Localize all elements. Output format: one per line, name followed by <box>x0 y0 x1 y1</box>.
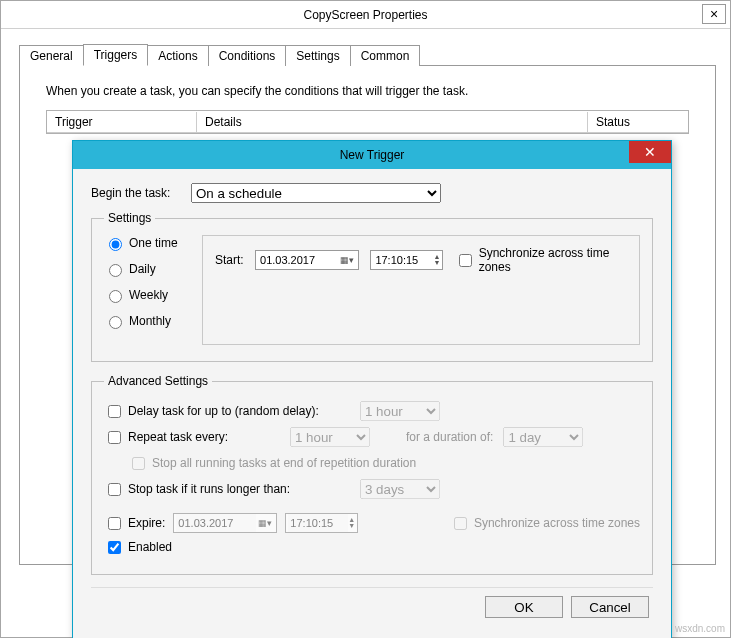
radio-daily[interactable]: Daily <box>104 261 184 277</box>
parent-close-button[interactable]: × <box>702 4 726 24</box>
settings-fieldset: Settings One time Daily Weekly Monthly S… <box>91 211 653 362</box>
sync-tz-checkbox[interactable]: Synchronize across time zones <box>455 246 627 274</box>
time-spinner[interactable]: ▲▼ <box>433 254 440 266</box>
time-spinner[interactable]: ▲▼ <box>348 517 355 529</box>
settings-legend: Settings <box>104 211 155 225</box>
advanced-legend: Advanced Settings <box>104 374 212 388</box>
schedule-type-radios: One time Daily Weekly Monthly <box>104 235 184 345</box>
tab-triggers[interactable]: Triggers <box>83 44 149 66</box>
radio-one-time[interactable]: One time <box>104 235 184 251</box>
radio-weekly[interactable]: Weekly <box>104 287 184 303</box>
expire-checkbox[interactable]: Expire: <box>104 514 165 533</box>
advanced-fieldset: Advanced Settings Delay task for up to (… <box>91 374 653 575</box>
stop-all-checkbox: Stop all running tasks at end of repetit… <box>128 454 416 473</box>
cancel-button[interactable]: Cancel <box>571 596 649 618</box>
duration-label: for a duration of: <box>406 430 493 444</box>
dialog-titlebar: New Trigger ✕ <box>73 141 671 169</box>
begin-task-select[interactable]: On a schedule <box>191 183 441 203</box>
repeat-task-checkbox[interactable]: Repeat task every: <box>104 428 284 447</box>
expire-time-picker[interactable]: ▲▼ <box>285 513 358 533</box>
stop-if-checkbox[interactable]: Stop task if it runs longer than: <box>104 480 354 499</box>
duration-value-select[interactable]: 1 day <box>503 427 583 447</box>
watermark: wsxdn.com <box>675 623 725 634</box>
trigger-table-header: Trigger Details Status <box>47 111 688 133</box>
tab-general[interactable]: General <box>19 45 84 66</box>
triggers-description: When you create a task, you can specify … <box>46 84 689 98</box>
repeat-value-select[interactable]: 1 hour <box>290 427 370 447</box>
expire-date-input[interactable] <box>176 514 256 532</box>
tab-actions[interactable]: Actions <box>147 45 208 66</box>
start-panel: Start: ▦▾ ▲▼ <box>202 235 640 345</box>
tab-common[interactable]: Common <box>350 45 421 66</box>
start-label: Start: <box>215 253 244 267</box>
expire-time-input[interactable] <box>288 514 348 532</box>
ok-button[interactable]: OK <box>485 596 563 618</box>
tabstrip: General Triggers Actions Conditions Sett… <box>19 43 730 65</box>
dialog-close-button[interactable]: ✕ <box>629 141 671 163</box>
col-details[interactable]: Details <box>197 112 588 132</box>
start-time-input[interactable] <box>373 251 433 269</box>
enabled-checkbox[interactable]: Enabled <box>104 538 172 557</box>
col-status[interactable]: Status <box>588 112 688 132</box>
col-trigger[interactable]: Trigger <box>47 112 197 132</box>
radio-monthly[interactable]: Monthly <box>104 313 184 329</box>
begin-task-row: Begin the task: On a schedule <box>91 183 653 203</box>
dialog-title: New Trigger <box>340 148 405 162</box>
stop-if-value-select[interactable]: 3 days <box>360 479 440 499</box>
delay-value-select[interactable]: 1 hour <box>360 401 440 421</box>
expire-date-picker[interactable]: ▦▾ <box>173 513 277 533</box>
expire-sync-tz-checkbox: Synchronize across time zones <box>450 514 640 533</box>
parent-title: CopyScreen Properties <box>303 8 427 22</box>
trigger-table: Trigger Details Status <box>46 110 689 134</box>
delay-task-checkbox[interactable]: Delay task for up to (random delay): <box>104 402 354 421</box>
start-date-input[interactable] <box>258 251 338 269</box>
dialog-buttons: OK Cancel <box>91 587 653 628</box>
calendar-icon[interactable]: ▦▾ <box>256 518 274 528</box>
start-time-picker[interactable]: ▲▼ <box>370 250 443 270</box>
tab-settings[interactable]: Settings <box>285 45 350 66</box>
dialog-body: Begin the task: On a schedule Settings O… <box>73 169 671 638</box>
tab-conditions[interactable]: Conditions <box>208 45 287 66</box>
start-date-picker[interactable]: ▦▾ <box>255 250 359 270</box>
new-trigger-dialog: New Trigger ✕ Begin the task: On a sched… <box>72 140 672 638</box>
calendar-icon[interactable]: ▦▾ <box>338 255 356 265</box>
parent-titlebar: CopyScreen Properties × <box>1 1 730 29</box>
begin-task-label: Begin the task: <box>91 186 191 200</box>
